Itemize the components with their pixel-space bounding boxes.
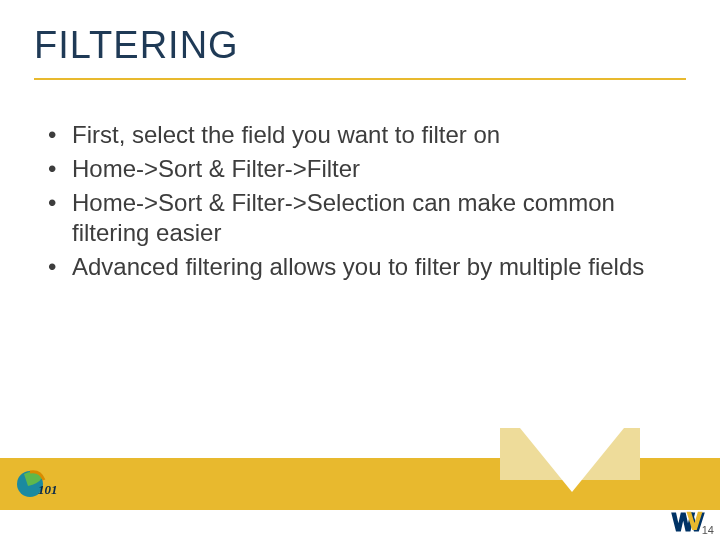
page-title: FILTERING bbox=[34, 24, 239, 67]
course-logo-icon: 101 bbox=[16, 464, 60, 502]
list-item: Home->Sort & Filter->Filter bbox=[44, 154, 654, 184]
wv-logo-icon bbox=[670, 510, 706, 534]
list-item: Home->Sort & Filter->Selection can make … bbox=[44, 188, 654, 248]
slide: FILTERING First, select the field you wa… bbox=[0, 0, 720, 540]
list-item: Advanced filtering allows you to filter … bbox=[44, 252, 654, 282]
bullet-list: First, select the field you want to filt… bbox=[44, 120, 654, 286]
list-item: First, select the field you want to filt… bbox=[44, 120, 654, 150]
title-underline bbox=[34, 78, 686, 80]
svg-text:101: 101 bbox=[38, 482, 58, 497]
footer-bar bbox=[0, 458, 720, 510]
page-number: 14 bbox=[702, 524, 714, 536]
